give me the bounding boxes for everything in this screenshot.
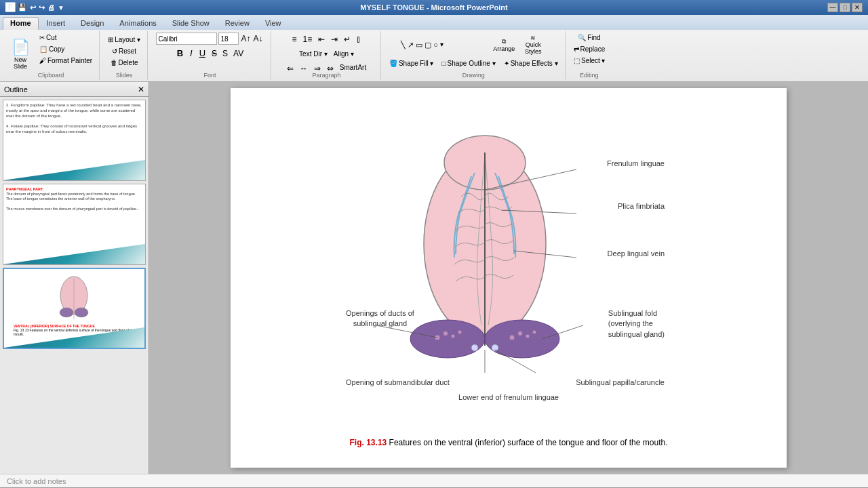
redo-btn[interactable]: ↪	[39, 3, 45, 12]
underline-btn[interactable]: U	[197, 47, 208, 60]
svg-point-16	[532, 330, 536, 334]
main-area: Outline ✕ 2. Fungiform papillae: They ha…	[0, 82, 868, 474]
shape-fill-label: Shape	[399, 60, 418, 67]
ribbon: Home Insert Design Animations Slide Show…	[0, 15, 868, 82]
dropdown-arrow[interactable]: ▼	[58, 4, 64, 12]
clipboard-label: Clipboard	[38, 72, 64, 79]
rounded-rect-tool[interactable]: ▢	[424, 40, 432, 50]
oval-tool[interactable]: ○	[433, 40, 439, 50]
maximize-btn[interactable]: □	[840, 3, 850, 12]
decrease-indent-btn[interactable]: ⇤	[315, 33, 328, 46]
ribbon-content: 📄 New Slide ✂ Cut 📋 Copy 🖌 Forma	[0, 30, 868, 81]
rtl-btn[interactable]: ↵	[341, 33, 353, 46]
quick-styles-icon: ≋	[530, 35, 536, 41]
close-btn[interactable]: ✕	[852, 3, 863, 12]
save-btn[interactable]: 💾	[18, 3, 27, 12]
font-name-input[interactable]	[156, 33, 217, 45]
window-controls[interactable]: — □ ✕	[827, 3, 863, 12]
rect-tool[interactable]: ▭	[415, 40, 423, 50]
arrow-tool[interactable]: ↗	[407, 40, 414, 50]
outline-tab[interactable]: Outline	[4, 85, 28, 94]
align-text-btn[interactable]: Align ▾	[331, 48, 357, 60]
shape-fill-button[interactable]: 🪣 Shape Fill ▾	[387, 58, 436, 68]
ribbon-tabs: Home Insert Design Animations Slide Show…	[0, 15, 868, 30]
ribbon-group-slides: ⊞ Layout ▾ ↺ Reset 🗑 Delete Slides	[101, 31, 148, 80]
left-panel: Outline ✕ 2. Fungiform papillae: They ha…	[0, 82, 149, 474]
select-button[interactable]: ⬚ Select ▾	[571, 56, 608, 66]
shadow-btn[interactable]: S	[220, 47, 230, 60]
font-size-input[interactable]	[218, 33, 239, 45]
tab-review[interactable]: Review	[218, 17, 257, 30]
shape-fill-icon: 🪣	[389, 60, 397, 67]
more-shapes-btn[interactable]: ▾	[439, 40, 444, 50]
svg-point-10	[443, 331, 448, 336]
editing-label: Editing	[580, 72, 599, 79]
font-shrink-btn[interactable]: A↓	[252, 33, 263, 44]
ribbon-group-editing: 🔍 Find ⇄ Replace ⬚ Select ▾ Editing	[567, 31, 612, 80]
increase-indent-btn[interactable]: ⇥	[328, 33, 340, 46]
tab-design[interactable]: Design	[73, 17, 111, 30]
label-lower-frenulum: Lower end of frenulum linguae	[458, 393, 559, 401]
arrange-icon: ⧉	[502, 38, 506, 45]
minimize-btn[interactable]: —	[827, 3, 838, 12]
char-space-btn[interactable]: AV	[231, 47, 245, 60]
bold-btn[interactable]: B	[174, 47, 186, 60]
svg-point-1	[60, 308, 73, 317]
svg-point-15	[526, 334, 530, 338]
replace-button[interactable]: ⇄ Replace	[571, 44, 608, 54]
italic-btn[interactable]: I	[187, 47, 195, 60]
font-label: Font	[203, 72, 216, 79]
align-left-btn[interactable]: ⇐	[284, 62, 296, 75]
tab-home[interactable]: Home	[3, 17, 39, 30]
shape-outline-icon: □	[441, 60, 446, 67]
undo-btn[interactable]: ↩	[30, 3, 36, 12]
new-slide-button[interactable]: 📄 New Slide	[7, 37, 34, 72]
tab-insert[interactable]: Insert	[39, 17, 73, 30]
drawing-label: Drawing	[462, 72, 485, 79]
slide-canvas[interactable]: Frenulum linguae Plica fimbriata Deep li…	[231, 88, 787, 468]
numbering-btn[interactable]: 1≡	[300, 33, 315, 46]
cut-button[interactable]: ✂ Cut	[37, 33, 95, 43]
quick-styles-button[interactable]: ≋ Quick Styles	[519, 33, 547, 57]
layout-button[interactable]: ⊞ Layout ▾	[105, 35, 143, 45]
label-plica: Plica fimbriata	[618, 202, 665, 210]
find-button[interactable]: 🔍 Find	[575, 33, 603, 43]
font-grow-btn[interactable]: A↑	[240, 33, 251, 44]
tab-view[interactable]: View	[258, 17, 289, 30]
slide-thumbnail-2[interactable]: PHARYNGEAL PART: The dorsum of pharyngea…	[3, 184, 146, 265]
caption-text: Features on the ventral (inferior) surfa…	[387, 438, 667, 447]
label-deep-vein: Deep lingual vein	[608, 249, 665, 258]
shape-effects-icon: ✦	[504, 60, 509, 67]
arrange-button[interactable]: ⧉ Arrange	[490, 36, 518, 54]
slide-thumbnail-3[interactable]: VENTRAL (INFERIOR) SURFACE OF THE TONGUE…	[3, 268, 146, 349]
ribbon-group-drawing: ╲ ↗ ▭ ▢ ○ ▾ ⧉ Arrange	[382, 31, 566, 80]
slide-thumbnail-1[interactable]: 2. Fungiform papillae: They have a red r…	[3, 100, 146, 181]
align-center-btn[interactable]: ↔	[297, 62, 311, 75]
replace-icon: ⇄	[574, 45, 579, 53]
tab-animations[interactable]: Animations	[112, 17, 163, 30]
ribbon-group-font: A↑ A↓ B I U S S AV Font	[149, 31, 271, 80]
bullets-btn[interactable]: ≡	[290, 33, 300, 46]
notes-bar[interactable]: Click to add notes	[0, 474, 868, 487]
strikethrough-btn[interactable]: S	[210, 47, 219, 60]
shape-outline-button[interactable]: □ Shape Outline ▾	[439, 58, 498, 68]
line-tool[interactable]: ╲	[400, 40, 406, 50]
quick-access-bar[interactable]: 🅿 💾 ↩ ↪ 🖨 ▼	[5, 2, 64, 13]
canvas-area[interactable]: Frenulum linguae Plica fimbriata Deep li…	[149, 82, 868, 474]
reset-button[interactable]: ↺ Reset	[109, 46, 139, 56]
columns-btn[interactable]: ⫿	[354, 33, 363, 46]
shape-effects-button[interactable]: ✦ Shape Effects ▾	[501, 58, 561, 68]
tab-slideshow[interactable]: Slide Show	[165, 17, 217, 30]
smartart-btn[interactable]: SmartArt	[337, 62, 369, 75]
label-sublingual-fold: Sublingual fold(overlying thesublingual …	[608, 308, 665, 340]
print-btn[interactable]: 🖨	[47, 3, 55, 12]
close-panel-btn[interactable]: ✕	[138, 85, 144, 94]
format-painter-button[interactable]: 🖌 Format Painter	[37, 56, 95, 66]
figure-caption: Fig. 13.13 Features on the ventral (infe…	[346, 436, 671, 449]
text-direction-btn[interactable]: Text Dir ▾	[296, 48, 330, 60]
delete-button[interactable]: 🗑 Delete	[108, 58, 141, 68]
notes-placeholder[interactable]: Click to add notes	[7, 477, 66, 485]
copy-button[interactable]: 📋 Copy	[37, 44, 95, 54]
diagram-container: Frenulum linguae Plica fimbriata Deep li…	[339, 108, 678, 434]
format-painter-icon: 🖌	[39, 57, 46, 64]
